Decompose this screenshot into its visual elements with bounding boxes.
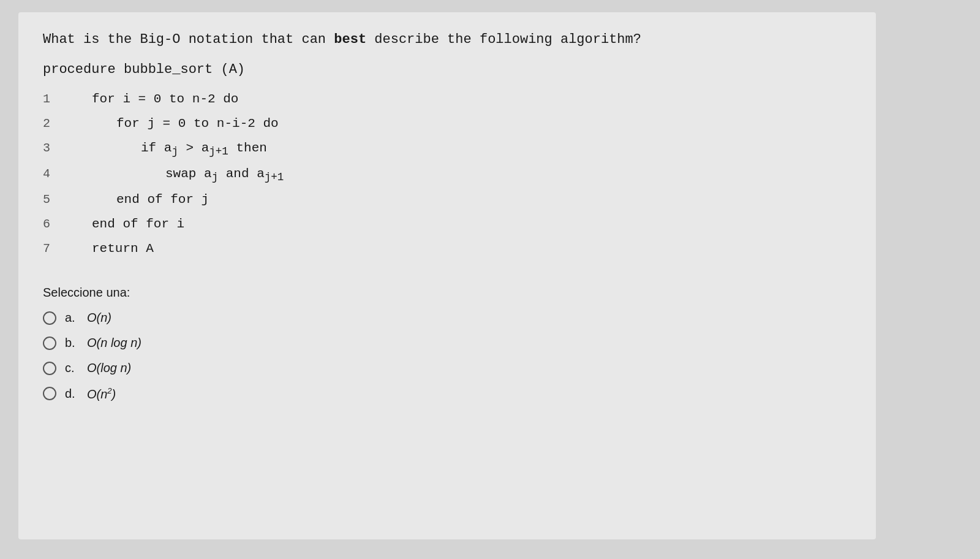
- radio-b[interactable]: [43, 337, 56, 350]
- line-content-1: for i = 0 to n-2 do: [67, 87, 851, 112]
- seleccione-label: Seleccione una:: [43, 286, 851, 300]
- code-line-2: 2 for j = 0 to n-i-2 do: [43, 112, 851, 136]
- line-num-2: 2: [43, 112, 67, 135]
- option-c[interactable]: c. O(log n): [43, 361, 851, 375]
- line-content-2: for j = 0 to n-i-2 do: [67, 112, 851, 136]
- option-letter-b: b.: [65, 336, 81, 350]
- line-content-5: end of for j: [67, 188, 851, 212]
- code-block: 1 for i = 0 to n-2 do 2 for j = 0 to n-i…: [43, 87, 851, 261]
- option-letter-c: c.: [65, 361, 81, 375]
- line-num-4: 4: [43, 162, 67, 186]
- code-line-3: 3 if aj > aj+1 then: [43, 136, 851, 162]
- line-num-1: 1: [43, 88, 67, 111]
- option-letter-d: d.: [65, 387, 81, 401]
- radio-c[interactable]: [43, 362, 56, 375]
- line-num-7: 7: [43, 237, 67, 260]
- option-letter-a: a.: [65, 311, 81, 325]
- option-a[interactable]: a. O(n): [43, 311, 851, 325]
- option-text-d: O(n2): [87, 386, 116, 401]
- line-num-3: 3: [43, 137, 67, 160]
- code-line-4: 4 swap aj and aj+1: [43, 162, 851, 188]
- line-content-7: return A: [67, 237, 851, 261]
- code-line-6: 6 end of for i: [43, 212, 851, 237]
- code-line-1: 1 for i = 0 to n-2 do: [43, 87, 851, 112]
- radio-a[interactable]: [43, 311, 56, 325]
- procedure-label: procedure bubble_sort (A): [43, 62, 851, 77]
- line-num-6: 6: [43, 213, 67, 236]
- bold-best: best: [334, 32, 366, 47]
- option-d[interactable]: d. O(n2): [43, 386, 851, 401]
- line-content-6: end of for i: [67, 212, 851, 237]
- radio-d[interactable]: [43, 387, 56, 400]
- option-text-c: O(log n): [87, 361, 131, 375]
- code-line-5: 5 end of for j: [43, 188, 851, 212]
- option-text-b: O(n log n): [87, 336, 141, 350]
- main-container: What is the Big-O notation that can best…: [18, 12, 876, 539]
- code-line-7: 7 return A: [43, 237, 851, 261]
- option-text-a: O(n): [87, 311, 111, 325]
- question-text: What is the Big-O notation that can best…: [43, 31, 851, 50]
- line-content-3: if aj > aj+1 then: [67, 136, 851, 162]
- option-b[interactable]: b. O(n log n): [43, 336, 851, 350]
- line-num-5: 5: [43, 188, 67, 211]
- line-content-4: swap aj and aj+1: [67, 162, 851, 188]
